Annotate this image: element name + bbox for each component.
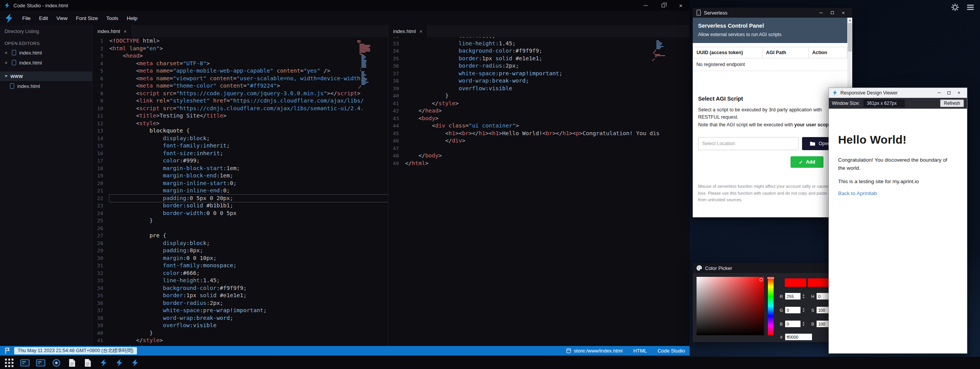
menu-icon[interactable] [966, 3, 975, 12]
blue-input[interactable] [785, 321, 800, 327]
browser-icon[interactable] [52, 359, 61, 367]
open-editor-item[interactable]: × index.html [0, 48, 92, 58]
code-line[interactable]: 32 color:#666; [92, 270, 388, 277]
code-line[interactable]: 48 </body> [388, 152, 690, 160]
code-line[interactable]: 25 } [92, 217, 388, 225]
code-line[interactable]: 34 background-color:#f9f9f9; [388, 47, 690, 55]
minimize-button[interactable] [815, 8, 827, 18]
code-line[interactable]: 39 overflow:visible [388, 85, 690, 93]
status-file[interactable]: store:/www/index.html [566, 348, 623, 354]
titlebar[interactable]: Code Studio - index.html × [0, 0, 690, 11]
tree-item-index-html[interactable]: index.html [0, 81, 92, 91]
code-line[interactable]: 17 color:#999; [92, 157, 388, 165]
hex-input[interactable] [785, 334, 812, 340]
code-line[interactable]: 13 blockquote { [92, 127, 388, 135]
terminal-window-icon[interactable] [36, 359, 45, 367]
document-icon[interactable] [68, 359, 77, 367]
code-line[interactable]: 12 <style> [92, 120, 388, 127]
code-line[interactable]: 45 <h1><br></h1><h1>Hello World!<br></h1… [388, 130, 690, 137]
code-line[interactable]: 36 border-radius:2px; [388, 62, 690, 70]
code-line[interactable]: 33 line-height:1.45; [92, 277, 388, 285]
code-line[interactable]: 39 overflow:visible [92, 322, 388, 329]
code-line[interactable]: 27 pre { [92, 232, 388, 240]
code-studio-icon[interactable] [115, 359, 124, 367]
refresh-button[interactable]: Refresh [940, 99, 964, 107]
menu-font-size[interactable]: Font Size [72, 13, 102, 24]
titlebar[interactable]: Serverless × [693, 8, 852, 18]
minimap[interactable] [357, 40, 370, 89]
terminal-window-icon[interactable] [20, 359, 30, 367]
close-button[interactable]: × [954, 88, 964, 98]
menu-help[interactable]: Help [123, 13, 142, 24]
minimize-button[interactable] [637, 0, 654, 11]
open-editor-item[interactable]: × index.html [0, 58, 92, 68]
code-line[interactable]: 46 </div> [388, 137, 690, 145]
hue-slider[interactable] [768, 277, 774, 335]
tab-index-html[interactable]: index.html × [388, 25, 428, 37]
menu-edit[interactable]: Edit [35, 13, 52, 24]
code-line[interactable]: 3 <head> [92, 52, 388, 60]
tab-index-html[interactable]: index.html × [92, 25, 132, 37]
flag-icon[interactable] [5, 347, 10, 354]
code-studio-icon[interactable] [130, 359, 140, 367]
back-link[interactable]: Back to Aprintlab [838, 190, 958, 196]
code-line[interactable]: 28 display:block; [92, 240, 388, 247]
code-line[interactable]: 36 border-radius:2px; [92, 300, 388, 307]
code-line[interactable]: 40 } [92, 329, 388, 337]
saturation-area[interactable] [697, 277, 764, 335]
code-studio-icon[interactable] [99, 359, 108, 367]
close-button[interactable]: × [672, 0, 690, 11]
code-line[interactable]: 10 <script src="https://cdnjs.cloudflare… [92, 105, 388, 113]
saturation-marker[interactable] [759, 278, 763, 281]
code-line[interactable]: 8 <script src="https://code.jquery.com/j… [92, 90, 388, 98]
code-editor[interactable]: 32 color:#666;33 line-height:1.45;34 bac… [388, 37, 690, 346]
code-line[interactable]: 33 line-height:1.45; [388, 40, 690, 48]
code-line[interactable]: 1<!DOCTYPE html> [92, 37, 388, 45]
code-line[interactable]: 7 <meta name="theme-color" content="#ff9… [92, 82, 388, 90]
minimap[interactable] [652, 40, 665, 61]
scroll-up-icon[interactable] [847, 18, 852, 23]
location-input[interactable] [698, 137, 799, 150]
window-size-input[interactable] [863, 99, 905, 107]
maximize-button[interactable] [944, 88, 954, 98]
add-button[interactable]: ✓ Add [791, 156, 824, 168]
sidebar-section-www[interactable]: WWW [0, 71, 92, 81]
open-editors-label[interactable]: OPEN EDITORS [0, 38, 92, 48]
code-line[interactable]: 38 word-wrap:break-word; [92, 314, 388, 322]
code-line[interactable]: 40 } [388, 92, 690, 100]
code-line[interactable]: 29 padding:8px; [92, 247, 388, 255]
code-line[interactable]: 37 white-space:pre-wrap!important; [388, 70, 690, 78]
code-line[interactable]: 15 font-family:inherit; [92, 142, 388, 150]
menu-file[interactable]: File [18, 13, 35, 24]
close-icon[interactable]: × [5, 50, 9, 55]
code-line[interactable]: 24 border-width:0 0 0 5px [92, 210, 388, 217]
titlebar[interactable]: Responsive Design Viewer × [829, 88, 967, 98]
scrollbar-thumb[interactable] [848, 23, 852, 51]
code-line[interactable]: 20 margin-inline-start:0; [92, 180, 388, 187]
close-icon[interactable]: × [419, 28, 422, 35]
restore-button[interactable] [654, 0, 672, 11]
code-line[interactable]: 43 <body> [388, 115, 690, 122]
close-icon[interactable]: × [124, 28, 127, 35]
code-line[interactable]: 35 border:1px solid #e1e1e1; [92, 292, 388, 300]
app-launcher-icon[interactable] [5, 359, 14, 367]
code-line[interactable]: 14 display:block; [92, 135, 388, 142]
menu-tools[interactable]: Tools [102, 13, 123, 24]
code-line[interactable]: 38 word-wrap:break-word; [388, 77, 690, 85]
settings-gear-icon[interactable] [951, 3, 959, 12]
code-line[interactable]: 44 <div class="ui container"> [388, 122, 690, 130]
green-input[interactable] [785, 307, 800, 313]
document-icon[interactable] [83, 359, 92, 367]
code-line[interactable]: 4 <meta charset="UTF-8"> [92, 60, 388, 68]
stepper-icon[interactable] [802, 294, 805, 298]
code-line[interactable]: 22 padding:0 5px 0 20px; [92, 195, 388, 202]
menu-view[interactable]: View [52, 13, 72, 24]
code-line[interactable]: 31 font-family:monospace; [92, 262, 388, 270]
code-line[interactable]: 9 <link rel="stylesheet" href="https://c… [92, 97, 388, 105]
status-app[interactable]: Code Studio [657, 348, 685, 354]
red-input[interactable] [785, 293, 800, 300]
code-line[interactable]: 42 </head> [388, 107, 690, 115]
code-line[interactable]: 41 </style> [388, 100, 690, 108]
code-line[interactable]: 16 font-size:inherit; [92, 150, 388, 157]
close-button[interactable]: × [838, 8, 849, 18]
